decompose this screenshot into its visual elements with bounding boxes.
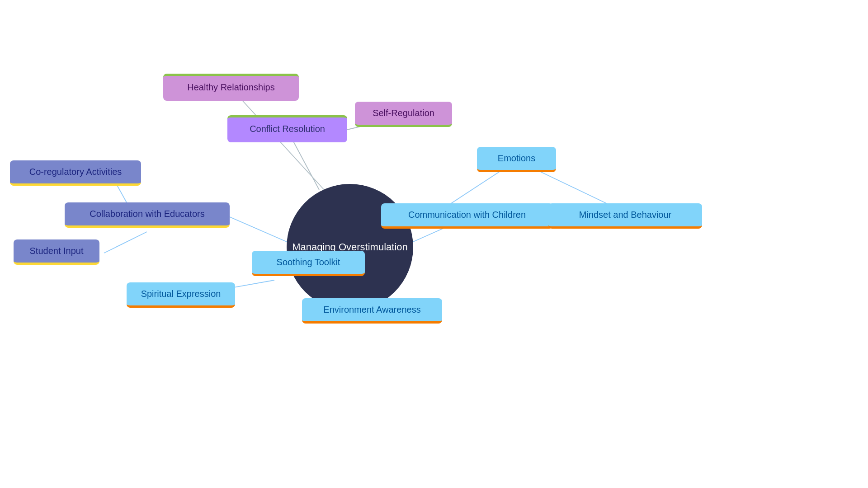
node-label: Collaboration with Educators [90, 209, 205, 219]
node-label: Emotions [498, 153, 535, 164]
svg-line-10 [230, 217, 287, 242]
node-label: Mindset and Behaviour [579, 210, 672, 220]
node-conflict-resolution[interactable]: Conflict Resolution [227, 115, 347, 142]
node-student-input[interactable]: Student Input [14, 239, 99, 265]
node-label: Co-regulatory Activities [29, 167, 122, 177]
svg-line-11 [104, 232, 147, 253]
node-label: Self-Regulation [373, 108, 434, 118]
node-soothing-toolkit[interactable]: Soothing Toolkit [252, 251, 365, 276]
node-environment-awareness[interactable]: Environment Awareness [302, 298, 442, 324]
node-healthy-relationships[interactable]: Healthy Relationships [163, 74, 299, 101]
node-label: Healthy Relationships [187, 82, 274, 93]
node-collaboration-educators[interactable]: Collaboration with Educators [65, 202, 230, 228]
node-label: Student Input [30, 246, 84, 256]
node-self-regulation[interactable]: Self-Regulation [355, 102, 452, 127]
node-label: Spiritual Expression [141, 289, 221, 299]
node-emotions[interactable]: Emotions [477, 147, 556, 172]
center-node[interactable]: Managing Overstimulation [287, 184, 413, 310]
node-label: Conflict Resolution [250, 124, 325, 134]
node-label: Environment Awareness [323, 305, 420, 315]
node-co-regulatory[interactable]: Co-regulatory Activities [10, 160, 141, 186]
node-label: Soothing Toolkit [277, 257, 340, 267]
node-mindset-behaviour[interactable]: Mindset and Behaviour [548, 203, 702, 229]
node-label: Communication with Children [408, 210, 526, 220]
node-spiritual-expression[interactable]: Spiritual Expression [127, 282, 235, 308]
node-communication-children[interactable]: Communication with Children [381, 203, 553, 229]
